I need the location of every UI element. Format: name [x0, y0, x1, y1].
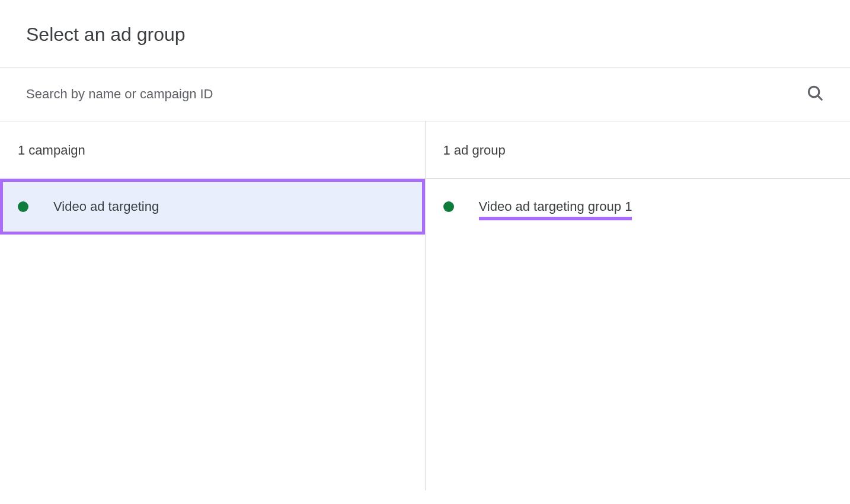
- adgroups-column-header: 1 ad group: [426, 121, 851, 179]
- status-dot-icon: [443, 201, 454, 212]
- status-dot-icon: [18, 201, 28, 212]
- adgroup-item[interactable]: Video ad targeting group 1: [426, 179, 851, 235]
- campaign-item[interactable]: Video ad targeting: [0, 179, 425, 235]
- svg-line-1: [817, 95, 822, 99]
- campaigns-column: 1 campaign Video ad targeting: [0, 121, 426, 490]
- page-header: Select an ad group: [0, 0, 850, 67]
- campaign-item-label: Video ad targeting: [53, 199, 159, 214]
- adgroups-list: Video ad targeting group 1: [426, 179, 851, 490]
- search-icon[interactable]: [806, 84, 824, 104]
- search-bar[interactable]: [0, 67, 850, 121]
- columns-container: 1 campaign Video ad targeting 1 ad group…: [0, 121, 850, 490]
- adgroup-item-label: Video ad targeting group 1: [479, 199, 632, 214]
- campaigns-column-header: 1 campaign: [0, 121, 425, 179]
- search-input[interactable]: [26, 86, 806, 102]
- page-title: Select an ad group: [26, 24, 824, 46]
- adgroups-column: 1 ad group Video ad targeting group 1: [426, 121, 851, 490]
- highlight-underline: [479, 217, 632, 220]
- campaigns-list: Video ad targeting: [0, 179, 425, 490]
